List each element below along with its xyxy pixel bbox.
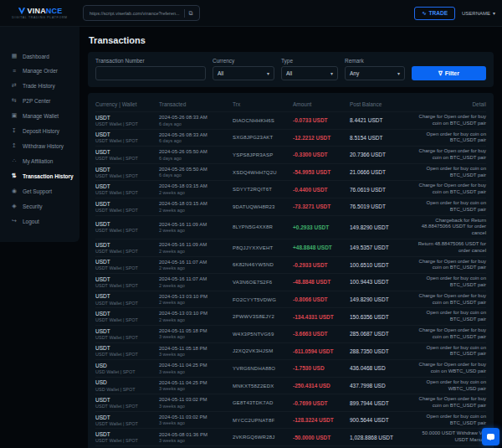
- cell-wallet: USDT Wallet | SPOT: [95, 265, 156, 270]
- sidebar-item-manage-order[interactable]: ≡ Manage Order: [0, 64, 79, 78]
- filter-card: Transaction Number Currency All▾ Type Al…: [88, 52, 494, 87]
- filter-button[interactable]: ∇ Filter: [412, 66, 486, 80]
- cell-time-ago: 2 weeks ago: [159, 249, 229, 254]
- cell-date: 2024-05-08 01:36 PM: [159, 432, 229, 439]
- table-row[interactable]: USDT USDT Wallet | SPOT 2024-05-18 03:15…: [95, 180, 486, 198]
- table-row[interactable]: USDT USDT Wallet | SPOT 2024-05-13 03:10…: [95, 291, 486, 308]
- user-menu[interactable]: USERNAME ▾: [462, 10, 495, 16]
- sidebar-item-security[interactable]: ◈ Security: [0, 198, 79, 214]
- cell-wallet: USDT Wallet | SPOT: [95, 317, 156, 322]
- sidebar-item-p2p-center[interactable]: ⇆ P2P Center: [0, 93, 79, 108]
- cell-post-balance: 1,028.8868 USDT: [350, 435, 412, 440]
- copy-icon[interactable]: ⧉: [189, 10, 193, 16]
- cell-currency: USDT: [95, 115, 156, 121]
- type-select[interactable]: All▾: [281, 66, 338, 80]
- cell-amount: -0.3300 USDT: [293, 152, 346, 157]
- sidebar-item-deposit-history[interactable]: ↧ Deposit History: [0, 123, 79, 138]
- col-currency-wallet: Currency | Wallet: [95, 101, 156, 107]
- cell-detail: Charge for Open order for buy coin on BT…: [415, 396, 486, 409]
- sidebar-item-get-support[interactable]: ◉ Get Support: [0, 183, 79, 198]
- col-post-balance: Post Balance: [350, 101, 412, 107]
- sidebar-item-trade-history[interactable]: ⇄ Trade History: [0, 78, 79, 93]
- chevron-down-icon: ▾: [267, 70, 269, 76]
- table-row[interactable]: USDT USDT Wallet | SPOT 2024-05-16 11:07…: [95, 273, 486, 291]
- cell-amount: -1.7530 USD: [293, 365, 346, 371]
- cell-amount: -0.8066 USDT: [293, 296, 346, 302]
- cell-post-balance: 76.0619 USDT: [350, 187, 412, 193]
- cell-amount: -48.8848 USDT: [293, 279, 346, 285]
- table-row[interactable]: USDT USDT Wallet | SPOT 2024-05-13 03:10…: [95, 307, 486, 325]
- cell-currency: USDT: [95, 431, 156, 438]
- cell-date: 2024-05-18 03:15 AM: [159, 183, 229, 190]
- cell-time-ago: 3 weeks ago: [159, 438, 229, 443]
- cell-detail: Open order for buy coin on BTC_USDT pair: [415, 310, 486, 323]
- remark-select[interactable]: Any▾: [345, 66, 405, 80]
- table-row[interactable]: USDT USDT Wallet | SPOT 2024-05-26 08:33…: [95, 129, 486, 147]
- cell-trx: W4X3P5NTVG69: [233, 332, 289, 337]
- cell-date: 2024-05-18 03:15 AM: [159, 201, 229, 208]
- cell-wallet: USDT Wallet | SPOT: [95, 301, 156, 306]
- cell-date: 2024-05-16 11:07 AM: [159, 260, 229, 266]
- page-title: Transactions: [89, 35, 494, 45]
- trade-button[interactable]: ∿ TRADE: [414, 7, 455, 20]
- logo-v-icon: [18, 7, 26, 15]
- p2p-icon: ⇆: [11, 97, 18, 104]
- cell-currency: USDT: [95, 183, 156, 190]
- cell-detail: Open order for buy coin on BTC_USDT pair: [415, 345, 486, 358]
- cell-currency: USDT: [95, 167, 156, 173]
- divider: [184, 9, 185, 18]
- table-row[interactable]: USDT USDT Wallet | SPOT 2024-05-11 05:18…: [95, 325, 486, 342]
- sidebar-nav: ▦ Dashboard ≡ Manage Order ⇄ Trade Histo…: [0, 49, 79, 229]
- sidebar-item-withdraw-history[interactable]: ↥ Withdraw History: [0, 138, 79, 153]
- cell-currency: USDT: [95, 311, 156, 317]
- sidebar-item-label: Withdraw History: [23, 143, 64, 149]
- logo[interactable]: VINANCE DIGITAL TRADING PLATFORM: [0, 7, 79, 19]
- sidebar-item-my-affiliation[interactable]: ∴ My Affiliation: [0, 153, 79, 168]
- cell-date: 2024-05-26 08:33 AM: [159, 132, 229, 139]
- main-content: Transactions Transaction Number Currency…: [79, 27, 502, 448]
- sidebar-item-dashboard[interactable]: ▦ Dashboard: [0, 49, 79, 64]
- table-row[interactable]: USDT USDT Wallet | SPOT 2024-05-11 03:02…: [95, 394, 486, 411]
- cell-post-balance: 285.0687 USDT: [350, 331, 412, 337]
- table-row[interactable]: USDT USDT Wallet | SPOT 2024-05-16 11:09…: [95, 215, 486, 239]
- cell-wallet: USDT Wallet | SPOT: [95, 404, 156, 409]
- cell-trx: SXG8JPG23AKT: [233, 135, 289, 140]
- support-chat-button[interactable]: [482, 428, 499, 445]
- table-row[interactable]: USDT USDT Wallet | SPOT 2024-05-18 03:15…: [95, 198, 486, 215]
- support-icon: ◉: [11, 188, 18, 194]
- table-row[interactable]: USDT USDT Wallet | SPOT 2024-05-26 08:33…: [95, 111, 486, 129]
- cell-amount: -611.0594 USDT: [293, 348, 346, 354]
- table-row[interactable]: USD USD Wallet | SPOT 2024-05-11 04:25 P…: [95, 377, 486, 394]
- cell-time-ago: 3 weeks ago: [159, 404, 229, 409]
- logo-title: VINANCE: [28, 7, 63, 15]
- table-row[interactable]: USDT USDT Wallet | SPOT 2024-05-08 01:36…: [95, 428, 486, 445]
- sidebar-item-label: Logout: [23, 219, 39, 224]
- sidebar-item-transaction-history[interactable]: ⇅ Transaction History: [0, 168, 79, 183]
- cell-date: 2024-05-16 11:07 AM: [159, 276, 229, 283]
- table-row[interactable]: USDT USDT Wallet | SPOT 2024-05-11 03:02…: [95, 411, 486, 429]
- cell-time-ago: 2 weeks ago: [159, 228, 229, 233]
- transactions-icon: ⇅: [11, 173, 18, 179]
- cell-time-ago: 6 days ago: [159, 173, 229, 178]
- sidebar: ▦ Dashboard ≡ Manage Order ⇄ Trade Histo…: [0, 27, 79, 242]
- cell-amount: -54.9953 USDT: [293, 169, 346, 175]
- cell-date: 2024-05-26 05:50 AM: [159, 149, 229, 156]
- cell-amount: +48.8848 USDT: [293, 245, 346, 250]
- transaction-number-input[interactable]: [95, 66, 206, 80]
- table-row[interactable]: USDT USDT Wallet | SPOT 2024-05-26 05:50…: [95, 163, 486, 181]
- currency-select[interactable]: All▾: [213, 66, 274, 80]
- cell-wallet: USDT Wallet | SPOT: [95, 335, 156, 340]
- cell-trx: GE8T43TDK7AD: [233, 400, 289, 405]
- table-row[interactable]: USDT USDT Wallet | SPOT 2024-05-26 05:50…: [95, 146, 486, 163]
- sidebar-item-label: Manage Wallet: [23, 113, 59, 119]
- cell-detail: Charge for Open order for buy coin on BT…: [415, 114, 486, 127]
- order-icon: ≡: [11, 68, 18, 74]
- table-row[interactable]: USD USD Wallet | SPOT 2024-05-11 04:25 P…: [95, 359, 486, 377]
- sidebar-item-manage-wallet[interactable]: ▣ Manage Wallet: [0, 108, 79, 123]
- cell-post-balance: 76.5019 USDT: [350, 203, 412, 209]
- cell-trx: 8LYPN5G4XX8R: [233, 224, 289, 229]
- table-row[interactable]: USDT USDT Wallet | SPOT 2024-05-11 05:18…: [95, 342, 486, 360]
- table-row[interactable]: USDT USDT Wallet | SPOT 2024-05-16 11:09…: [95, 239, 486, 256]
- sidebar-item-logout[interactable]: ↪ Logout: [0, 214, 79, 229]
- table-row[interactable]: USDT USDT Wallet | SPOT 2024-05-16 11:07…: [95, 256, 486, 274]
